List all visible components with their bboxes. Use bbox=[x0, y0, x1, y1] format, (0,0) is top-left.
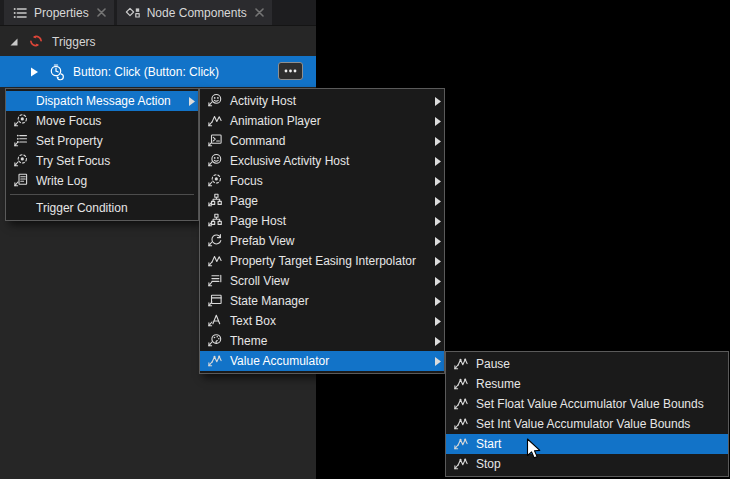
menu-item-label: Trigger Condition bbox=[36, 201, 185, 215]
menu-item-label: Set Property bbox=[36, 134, 185, 148]
animation-icon bbox=[206, 253, 224, 269]
menu-item-label: Set Int Value Accumulator Value Bounds bbox=[476, 417, 715, 431]
menu-item-stop[interactable]: Stop bbox=[446, 454, 728, 474]
theme-icon bbox=[206, 333, 224, 349]
animation-icon bbox=[206, 113, 224, 129]
menu-item-property-target-easing-interpolator[interactable]: Property Target Easing Interpolator bbox=[200, 251, 444, 271]
menu-item-move-focus[interactable]: Move Focus bbox=[6, 111, 198, 131]
menu-item-scroll-view[interactable]: Scroll View bbox=[200, 271, 444, 291]
value-accumulator-icon bbox=[452, 456, 470, 472]
menu-item-page[interactable]: Page bbox=[200, 191, 444, 211]
menu-item-label: Activity Host bbox=[230, 94, 431, 108]
menu-item-label: Property Target Easing Interpolator bbox=[230, 254, 431, 268]
page-icon bbox=[206, 193, 224, 209]
submenu-arrow-icon bbox=[431, 257, 441, 266]
properties-list-icon bbox=[12, 5, 28, 21]
menu-item-set-int-value-accumulator-value-bounds[interactable]: Set Int Value Accumulator Value Bounds bbox=[446, 414, 728, 434]
menu-item-label: Animation Player bbox=[230, 114, 431, 128]
menu-item-text-box[interactable]: Text Box bbox=[200, 311, 444, 331]
trigger-item-button-click[interactable]: Button: Click (Button: Click) bbox=[0, 56, 316, 87]
menu-item-activity-host[interactable]: Activity Host bbox=[200, 91, 444, 111]
value-accumulator-icon bbox=[452, 356, 470, 372]
menu-item-prefab-view[interactable]: Prefab View bbox=[200, 231, 444, 251]
trigger-clock-icon bbox=[47, 63, 65, 81]
more-options-button[interactable] bbox=[278, 62, 303, 80]
tab-properties[interactable]: Properties bbox=[4, 0, 114, 25]
submenu-arrow-icon bbox=[431, 237, 441, 246]
menu-separator bbox=[10, 194, 194, 195]
page-icon bbox=[206, 213, 224, 229]
menu-item-label: Page Host bbox=[230, 214, 431, 228]
menu-item-pause[interactable]: Pause bbox=[446, 354, 728, 374]
submenu-arrow-icon bbox=[431, 357, 441, 366]
kanzi-editor-screen: Properties Node Components bbox=[0, 0, 730, 479]
state-manager-icon bbox=[206, 293, 224, 309]
set-property-icon bbox=[12, 133, 30, 149]
menu-item-label: State Manager bbox=[230, 294, 431, 308]
submenu-arrow-icon bbox=[431, 337, 441, 346]
menu-item-label: Resume bbox=[476, 377, 715, 391]
triggers-header-label: Triggers bbox=[52, 35, 96, 49]
submenu-arrow-icon bbox=[431, 137, 441, 146]
menu-item-label: Focus bbox=[230, 174, 431, 188]
menu-item-set-float-value-accumulator-value-bounds[interactable]: Set Float Value Accumulator Value Bounds bbox=[446, 394, 728, 414]
focus-icon bbox=[206, 173, 224, 189]
triggers-section-header[interactable]: Triggers bbox=[0, 27, 316, 56]
menu-item-label: Pause bbox=[476, 357, 715, 371]
value-accumulator-icon bbox=[452, 436, 470, 452]
panel-tab-bar: Properties Node Components bbox=[0, 0, 316, 26]
submenu-arrow-icon bbox=[431, 277, 441, 286]
menu-item-try-set-focus[interactable]: Try Set Focus bbox=[6, 151, 198, 171]
node-components-icon bbox=[125, 5, 141, 21]
value-accumulator-submenu: PauseResumeSet Float Value Accumulator V… bbox=[445, 351, 729, 477]
menu-item-dispatch-message-action[interactable]: Dispatch Message Action bbox=[6, 91, 198, 111]
trigger-context-menu: Dispatch Message ActionMove FocusSet Pro… bbox=[5, 88, 199, 221]
text-box-icon bbox=[206, 313, 224, 329]
tab-node-components[interactable]: Node Components bbox=[117, 0, 272, 25]
triggers-icon bbox=[28, 34, 44, 50]
activity-host-icon bbox=[206, 153, 224, 169]
expander-expanded-icon[interactable] bbox=[8, 36, 20, 48]
focus-icon bbox=[12, 153, 30, 169]
menu-item-label: Write Log bbox=[36, 174, 185, 188]
menu-item-page-host[interactable]: Page Host bbox=[200, 211, 444, 231]
close-icon[interactable] bbox=[97, 8, 106, 17]
menu-item-trigger-condition[interactable]: Trigger Condition bbox=[6, 198, 198, 218]
menu-item-command[interactable]: Command bbox=[200, 131, 444, 151]
tab-label: Node Components bbox=[147, 6, 247, 20]
activity-host-icon bbox=[206, 93, 224, 109]
menu-item-focus[interactable]: Focus bbox=[200, 171, 444, 191]
menu-item-write-log[interactable]: Write Log bbox=[6, 171, 198, 191]
menu-item-label: Start bbox=[476, 437, 715, 451]
submenu-arrow-icon bbox=[431, 197, 441, 206]
submenu-arrow-icon bbox=[431, 157, 441, 166]
prefab-view-icon bbox=[206, 233, 224, 249]
menu-item-set-property[interactable]: Set Property bbox=[6, 131, 198, 151]
value-accumulator-icon bbox=[452, 416, 470, 432]
menu-item-label: Page bbox=[230, 194, 431, 208]
submenu-arrow-icon bbox=[431, 317, 441, 326]
trigger-item-label: Button: Click (Button: Click) bbox=[73, 65, 219, 79]
submenu-arrow-icon bbox=[431, 217, 441, 226]
expander-collapsed-icon[interactable] bbox=[29, 66, 39, 78]
menu-item-label: Value Accumulator bbox=[230, 354, 431, 368]
tab-label: Properties bbox=[34, 6, 89, 20]
menu-item-value-accumulator[interactable]: Value Accumulator bbox=[200, 351, 444, 371]
menu-item-start[interactable]: Start bbox=[446, 434, 728, 454]
close-icon[interactable] bbox=[255, 8, 264, 17]
menu-item-resume[interactable]: Resume bbox=[446, 374, 728, 394]
menu-item-label: Try Set Focus bbox=[36, 154, 185, 168]
icon-placeholder bbox=[12, 93, 30, 109]
menu-item-label: Scroll View bbox=[230, 274, 431, 288]
mouse-cursor bbox=[526, 438, 546, 462]
submenu-arrow-icon bbox=[431, 297, 441, 306]
menu-item-label: Stop bbox=[476, 457, 715, 471]
menu-item-theme[interactable]: Theme bbox=[200, 331, 444, 351]
menu-item-label: Text Box bbox=[230, 314, 431, 328]
menu-item-animation-player[interactable]: Animation Player bbox=[200, 111, 444, 131]
menu-item-state-manager[interactable]: State Manager bbox=[200, 291, 444, 311]
menu-item-label: Set Float Value Accumulator Value Bounds bbox=[476, 397, 715, 411]
menu-item-exclusive-activity-host[interactable]: Exclusive Activity Host bbox=[200, 151, 444, 171]
ellipsis-icon bbox=[284, 69, 297, 73]
icon-placeholder bbox=[12, 200, 30, 216]
